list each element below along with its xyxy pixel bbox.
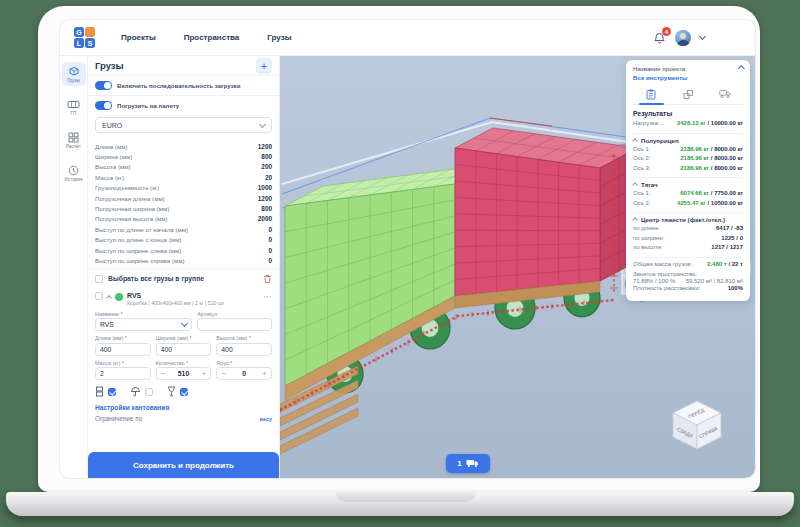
stacking-checkbox[interactable]	[108, 388, 116, 396]
collapse-chevron-icon[interactable]	[106, 295, 112, 301]
logo[interactable]: G L S	[74, 27, 95, 48]
boxes-icon	[683, 89, 694, 100]
vehicle-page-button[interactable]: 1	[446, 454, 490, 473]
icon-rail: Грузы ГП Расчёт История	[60, 56, 88, 478]
plus-button[interactable]: +	[202, 369, 207, 378]
avatar[interactable]	[675, 30, 691, 46]
minus-button[interactable]: −	[161, 369, 166, 378]
cog-row: по высоте:1217 / 1217	[633, 244, 743, 254]
cog-row: по ширине:1225 / 0	[633, 235, 743, 245]
bell-icon[interactable]: 4	[653, 31, 666, 44]
prop-row: Погрузочная высота (мм)2000	[95, 214, 272, 224]
pallet-properties: Длина (мм)1200 Ширина (мм)800 Высота (мм…	[88, 138, 279, 269]
group-checkbox[interactable]	[95, 292, 103, 300]
totals-section: Общая масса грузов:2.480 т / 22 т Занято…	[633, 257, 743, 295]
logo-square-orange	[85, 27, 95, 37]
group-color-dot	[115, 293, 123, 301]
sku-input[interactable]	[197, 318, 272, 331]
limit-value[interactable]: весу	[260, 416, 272, 422]
space-values: 71.88% / 100 % 59.520 м³ / 82.810 м³	[633, 278, 743, 284]
cargo-box-icon	[68, 65, 80, 77]
prop-row: Погрузочная ширина (мм)800	[95, 203, 272, 213]
chevron-up-icon	[632, 138, 638, 144]
laptop-base-notch	[336, 492, 476, 502]
space-label: Занятое пространство:	[633, 271, 743, 277]
user-menu-chevron-icon[interactable]	[699, 33, 706, 40]
trailer-section: Полуприцеп Ось 1:2186.96 кг / 8000.00 кг…	[633, 133, 743, 175]
add-cargo-button[interactable]: +	[256, 58, 272, 74]
tilt-settings-link[interactable]: Настройки кантования	[88, 400, 279, 412]
fragile-checkbox[interactable]	[180, 388, 188, 396]
cog-section: Центр тяжести (факт./откл.) по длине:641…	[633, 212, 743, 254]
all-tools-link[interactable]: Все инструменты	[633, 74, 743, 81]
minus-button[interactable]: −	[221, 369, 226, 378]
prop-row: Ширина (мм)800	[95, 151, 272, 161]
panel-title: Грузы	[95, 60, 124, 71]
axle-row: Ось 1:6074.66 кг / 7750.00 кг	[633, 190, 743, 200]
cog-row: по длине:6417 / -83	[633, 225, 743, 235]
top-nav: G L S Проекты Пространства Грузы 4	[60, 20, 755, 56]
save-continue-button[interactable]: Сохранить и продолжить	[88, 452, 279, 478]
truck-icon	[719, 89, 731, 99]
stacking-icon	[95, 386, 104, 397]
cargo-panel: Грузы + Включить последовательность загр…	[88, 56, 280, 478]
prop-row: Выступ по длине от начала (мм)0	[95, 224, 272, 234]
quantity-stepper[interactable]: − 510 +	[156, 367, 212, 380]
prop-row: Выступ по ширине слева (мм)0	[95, 245, 272, 255]
clipboard-icon	[646, 89, 656, 100]
tab-cargo-groups[interactable]	[670, 86, 707, 104]
tier-stepper[interactable]: − 0 +	[216, 367, 272, 380]
results-tabs	[633, 86, 743, 105]
height-input[interactable]	[216, 343, 272, 356]
laptop-base	[6, 492, 794, 516]
rail-item-calc[interactable]: Расчёт	[62, 129, 86, 152]
pallet-type-select[interactable]: EURO	[95, 117, 272, 133]
logo-letter-l: L	[74, 38, 84, 48]
chevron-up-icon	[632, 182, 638, 188]
results-panel: Название проекта: Все инструменты Резуль…	[626, 60, 750, 301]
rail-item-space[interactable]: ГП	[62, 96, 86, 119]
axle-row: Ось 1:2186.96 кг / 8000.00 кг	[633, 146, 743, 156]
group-name: RVS	[127, 292, 224, 299]
prop-row: Высота (мм)200	[95, 162, 272, 172]
pallet-toggle[interactable]	[95, 101, 112, 110]
width-input[interactable]	[156, 343, 212, 356]
menu-spaces[interactable]: Пространства	[184, 33, 240, 42]
prop-row: Выступ по ширине справа (мм)0	[95, 255, 272, 265]
limit-label: Ограничение по	[95, 415, 142, 422]
prop-row: Грузоподъемность (кг)1000	[95, 183, 272, 193]
project-name-label: Название проекта:	[633, 65, 687, 72]
name-select[interactable]: RVS	[95, 318, 192, 331]
trash-icon[interactable]	[263, 274, 272, 284]
notification-badge: 4	[662, 27, 671, 36]
orientation-cube[interactable]: ПЕРЕД СЗАДИ СПРАВА	[668, 396, 726, 454]
logo-letter-g: G	[74, 27, 84, 37]
mass-input[interactable]	[95, 367, 151, 380]
select-all-checkbox[interactable]	[95, 275, 103, 283]
grid-icon	[68, 132, 79, 143]
axle-row: Ось 3:2186.96 кг / 8000.00 кг	[633, 165, 743, 175]
collapse-panel-chevron-icon[interactable]	[738, 65, 744, 71]
axle-row: Ось 2:2186.96 кг / 8000.00 кг	[633, 155, 743, 165]
plus-button[interactable]: +	[262, 369, 267, 378]
tab-results[interactable]	[633, 86, 670, 104]
keep-dry-checkbox[interactable]	[145, 388, 153, 396]
menu-cargo[interactable]: Грузы	[267, 33, 291, 42]
tab-vehicle[interactable]	[706, 86, 743, 104]
tractor-section: Тягач Ось 1:6074.66 кг / 7750.00 кг Ось …	[633, 177, 743, 209]
cargo-group-row[interactable]: RVS Коробка | 400х400х400 мм | 2 кг | 51…	[88, 289, 279, 310]
nav-right: 4	[653, 30, 741, 46]
clock-icon	[68, 165, 79, 176]
group-menu-button[interactable]: ⋯	[263, 292, 272, 301]
app-window: G L S Проекты Пространства Грузы 4 Грузы…	[60, 20, 755, 478]
rail-item-history[interactable]: История	[62, 162, 86, 185]
rail-item-cargo[interactable]: Грузы	[62, 62, 86, 86]
prop-row: Масса (кг)20	[95, 172, 272, 182]
menu-projects[interactable]: Проекты	[121, 33, 156, 42]
pallet-toggle-label: Погрузить на палету	[117, 102, 179, 109]
prop-row: Выступ по длине с конца (мм)0	[95, 235, 272, 245]
sequence-toggle[interactable]	[95, 81, 112, 90]
load-row: Нагрузка ... 2428.13 кг / 10000.00 кг	[633, 120, 743, 130]
length-input[interactable]	[95, 343, 151, 356]
truck-icon	[466, 459, 479, 468]
